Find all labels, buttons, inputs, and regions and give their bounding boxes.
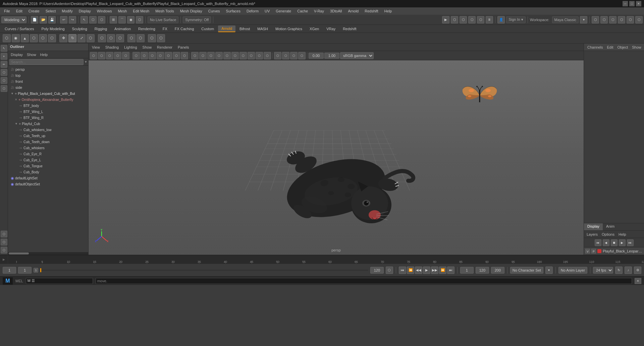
undo-btn[interactable]: ↩	[60, 16, 67, 23]
tab-motion-graphics[interactable]: Motion Graphics	[272, 26, 306, 32]
outliner-help-menu[interactable]: Help	[39, 52, 49, 57]
tab-redshift[interactable]: Redshift	[339, 26, 360, 32]
outliner-item-btf-wing-r[interactable]: → BTF_Wing_R	[8, 115, 88, 121]
pb-next-key-btn[interactable]: ⏩	[439, 267, 446, 274]
transport-stop[interactable]: ⏹	[611, 239, 618, 246]
loop-btn[interactable]: ↻	[615, 267, 623, 274]
no-anim-layer-status[interactable]: No Anim Layer	[558, 267, 587, 274]
anim-end2-input[interactable]	[491, 267, 504, 274]
edit-tab[interactable]: Edit	[605, 45, 614, 50]
user-btn[interactable]: 👤	[497, 16, 505, 23]
select-tool-btn[interactable]: ↖	[80, 16, 88, 23]
icon-btn-soft2[interactable]: ⬡	[107, 34, 115, 42]
icon-btn-soft3[interactable]: ⬡	[116, 34, 124, 42]
icon-btn-snap2[interactable]: ⬡	[137, 34, 145, 42]
icon-btn-scale[interactable]: ⤢	[77, 34, 86, 42]
paint-tool-btn[interactable]: ⬡	[98, 16, 105, 23]
options-menu[interactable]: Options	[600, 232, 616, 237]
tab-fx[interactable]: FX	[159, 26, 171, 32]
left-sculpt-btn[interactable]: ⬡	[1, 69, 7, 76]
channels-tab[interactable]: Channels	[586, 45, 604, 50]
gamma-input[interactable]	[324, 53, 339, 59]
vp-btn-21[interactable]: ⬡	[256, 52, 263, 59]
no-character-set-status[interactable]: No Character Set	[510, 267, 543, 274]
outliner-item-cub-body[interactable]: → Cub_Body	[8, 169, 88, 175]
gamma-dropdown[interactable]: sRGB gamma	[340, 52, 374, 59]
outliner-item-default-object-set[interactable]: ◉ defaultObjectSet	[8, 181, 88, 187]
symmetry-status[interactable]: Symmetry: Off	[183, 16, 211, 23]
outliner-item-top[interactable]: 🎥 top	[8, 72, 88, 78]
render2-btn[interactable]: ⬡	[451, 16, 458, 23]
outliner-item-btf-body[interactable]: → BTF_body	[8, 103, 88, 109]
vp-btn-11[interactable]: ⬡	[173, 52, 180, 59]
workspace-arrow[interactable]: ▾	[580, 16, 587, 23]
vp-btn-10[interactable]: ⬡	[165, 52, 172, 59]
tab-vray[interactable]: VRay	[323, 26, 339, 32]
pb-next-btn[interactable]: ▶▶	[431, 267, 438, 274]
snap-point-btn[interactable]: ◉	[127, 16, 135, 23]
transport-prev-key[interactable]: ⏮	[595, 239, 601, 246]
layout-btn6[interactable]: ⬡	[635, 16, 643, 23]
vp-btn-7[interactable]: ⬡	[141, 52, 148, 59]
menu-mesh-tools[interactable]: Mesh Tools	[153, 8, 176, 14]
icon-btn-5[interactable]: ⬡	[39, 34, 47, 42]
vp-btn-24[interactable]: ⬡	[282, 52, 289, 59]
outliner-content[interactable]: 🎥 persp 🎥 top 🎥 front 🎥 side ▼	[8, 66, 88, 252]
playback-settings-btn[interactable]: ⚙	[634, 267, 641, 274]
exposure-input[interactable]	[309, 53, 324, 59]
menu-select[interactable]: Select	[43, 8, 59, 14]
pause-btn[interactable]: ⏸	[486, 16, 493, 23]
vp-btn-16[interactable]: ⬡	[215, 52, 223, 59]
outliner-item-tongue[interactable]: → Cub_Tongue	[8, 163, 88, 169]
fps-selector[interactable]: 24 fps	[593, 267, 613, 274]
render4-btn[interactable]: ⬡	[468, 16, 476, 23]
vp-btn-13[interactable]: ⬡	[191, 52, 199, 59]
outliner-search-input[interactable]	[9, 59, 84, 65]
anim-end-input[interactable]	[476, 267, 489, 274]
open-scene-btn[interactable]: 📂	[40, 16, 47, 23]
menu-redshift[interactable]: Redshift	[362, 8, 381, 14]
vp-btn-25[interactable]: ⬡	[290, 52, 298, 59]
layer-playback-p[interactable]: P	[591, 249, 596, 253]
tab-custom[interactable]: Custom	[198, 26, 217, 32]
transport-prev[interactable]: ◀	[603, 239, 609, 246]
character-set-arrow[interactable]: ▾	[545, 267, 553, 274]
outliner-item-eye-r[interactable]: → Cub_Eye_R	[8, 151, 88, 157]
outliner-item-default-light-set[interactable]: ◉ defaultLightSet	[8, 175, 88, 181]
outliner-item-butterfly[interactable]: ✕ + Ornithoptera_Alexandrae_Butterfly	[8, 97, 88, 103]
tab-bifrost[interactable]: Bifrost	[236, 26, 253, 32]
frame-indicator-box[interactable]: 1	[34, 268, 38, 273]
outliner-item-whiskers-low[interactable]: → Cub_whiskers_low	[8, 127, 88, 133]
vp-btn-6[interactable]: ⬡	[132, 52, 140, 59]
icon-btn-rotate[interactable]: ↻	[68, 34, 76, 42]
outliner-scrollbar[interactable]	[8, 252, 88, 255]
help-line-close-btn[interactable]: ✕	[635, 278, 641, 284]
pb-prev-btn[interactable]: ◀◀	[415, 267, 422, 274]
outliner-scroll-thumb[interactable]	[9, 252, 29, 254]
menu-modify[interactable]: Modify	[59, 8, 75, 14]
left-smooth-btn[interactable]: ⬡	[1, 85, 7, 92]
snap-surface-btn[interactable]: ⬡	[136, 16, 143, 23]
lasso-tool-btn[interactable]: ⬡	[89, 16, 97, 23]
tab-poly-modeling[interactable]: Poly Modeling	[38, 26, 68, 32]
audio-btn[interactable]: ♪	[625, 267, 632, 274]
menu-windows[interactable]: Windows	[94, 8, 115, 14]
menu-mesh[interactable]: Mesh	[115, 8, 129, 14]
left-bottom-2[interactable]: ⬡	[1, 239, 7, 245]
vp-btn-20[interactable]: ⬡	[248, 52, 255, 59]
expand-icon2[interactable]: ✕	[15, 98, 17, 101]
outliner-item-front[interactable]: 🎥 front	[8, 78, 88, 84]
current-frame-input[interactable]	[3, 267, 16, 274]
icon-btn-cam1[interactable]: ⬡	[148, 34, 156, 42]
vp-btn-22[interactable]: ⬡	[264, 52, 271, 59]
tab-curves-surfaces[interactable]: Curves / Surfaces	[1, 26, 37, 32]
layer-visibility-v[interactable]: V	[585, 249, 590, 253]
pb-start-btn[interactable]: ⏮	[399, 267, 406, 274]
outliner-display-menu[interactable]: Display	[9, 52, 24, 57]
vp-btn-5[interactable]: ⬡	[122, 52, 129, 59]
expand-icon[interactable]: ▼	[11, 92, 14, 95]
close-btn[interactable]: ✕	[636, 1, 641, 6]
tab-fx-caching[interactable]: FX Caching	[171, 26, 197, 32]
menu-file[interactable]: File	[1, 8, 13, 14]
vp-btn-14[interactable]: ⬡	[199, 52, 207, 59]
